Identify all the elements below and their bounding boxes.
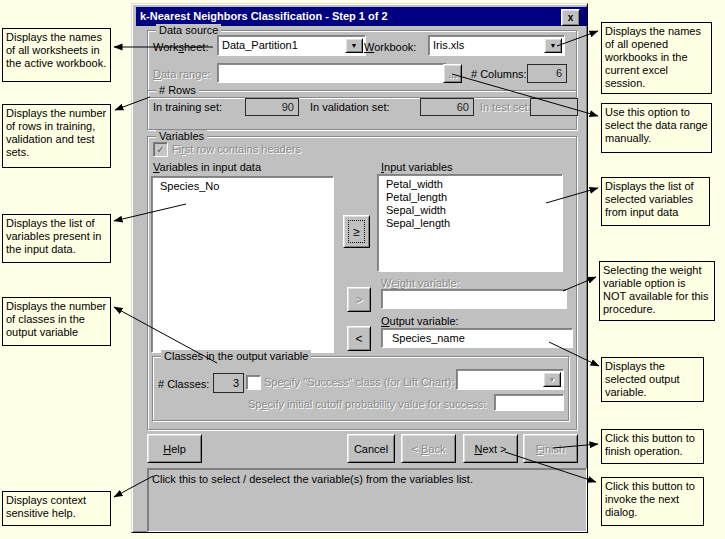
cancel-button[interactable]: Cancel — [347, 434, 395, 463]
variables-in-data-label: Variables in input data — [153, 161, 261, 174]
success-class-select: ▼ — [456, 369, 564, 390]
input-variables-label: Input variables — [381, 161, 453, 174]
close-button[interactable]: x — [561, 9, 580, 26]
help-button[interactable]: Help — [147, 434, 202, 463]
training-rows: 90 — [245, 98, 299, 116]
classes-count: 3 — [213, 373, 244, 393]
knn-classification-dialog: k-Nearest Neighbors Classification - Ste… — [131, 3, 588, 533]
back-button: < Back — [401, 434, 456, 463]
annotated-screenshot-page: k-Nearest Neighbors Classification - Ste… — [0, 0, 725, 539]
callout-data-range: Use this option to select the data range… — [601, 103, 712, 153]
list-item[interactable]: Petal_width — [378, 178, 562, 191]
list-item[interactable]: Sepal_length — [378, 217, 562, 230]
callout-weight-variable: Selecting the weight variable option is … — [599, 261, 715, 321]
focus-rectangle — [348, 220, 365, 243]
callout-classes: Displays the number of classes in the ou… — [2, 297, 111, 346]
weight-variable-input — [381, 289, 567, 309]
cutoff-probability-label: Specify initial cutoff probability value… — [248, 398, 486, 411]
output-variable-input: Species_name — [381, 328, 573, 348]
move-right-button: > — [347, 287, 371, 312]
data-range-label: Data range: — [153, 68, 211, 81]
rows-legend: # Rows — [156, 84, 199, 97]
callout-worksheets: Displays the names of all worksheets in … — [2, 28, 111, 82]
worksheet-label: Worksheet: — [153, 41, 208, 54]
finish-button: Finish — [523, 434, 578, 463]
workbook-select[interactable]: Iris.xls ▼ — [428, 35, 565, 56]
check-icon: ✓ — [156, 145, 164, 155]
worksheet-value: Data_Partition1 — [222, 39, 298, 51]
chevron-down-icon[interactable]: ▼ — [345, 38, 363, 53]
columns-label: # Columns: — [471, 68, 527, 81]
list-item[interactable]: Sepal_width — [378, 204, 562, 217]
input-variables-list[interactable]: Petal_widthPetal_lengthSepal_widthSepal_… — [377, 174, 563, 272]
validation-rows: 60 — [420, 98, 474, 116]
classes-count-label: # Classes: — [158, 378, 209, 391]
workbook-value: Iris.xls — [433, 39, 464, 51]
first-row-headers-checkbox: ✓ — [153, 142, 168, 157]
next-button[interactable]: Next > — [463, 434, 518, 463]
training-set-label: In training set: — [153, 101, 222, 114]
context-help-box: Click this to select / deselect the vari… — [147, 468, 587, 532]
callout-input-data-variables: Displays the list of variables present i… — [2, 214, 111, 263]
chevron-down-icon[interactable]: ▼ — [544, 38, 562, 53]
callout-output-variable: Displays the selected output variable. — [601, 357, 704, 402]
success-class-checkbox — [246, 375, 261, 390]
ellipsis-icon: ... — [448, 68, 457, 80]
callout-context-help: Displays context sensitive help. — [2, 491, 111, 526]
context-help-text: Click this to select / deselect the vari… — [152, 473, 473, 485]
worksheet-select[interactable]: Data_Partition1 ▼ — [217, 35, 366, 56]
data-range-input — [217, 63, 447, 83]
list-item[interactable]: Species_No — [152, 180, 333, 193]
close-icon: x — [568, 13, 574, 23]
callout-selected-variables: Displays the list of selected variables … — [601, 177, 710, 226]
validation-set-label: In validation set: — [310, 101, 390, 114]
cutoff-probability-input — [494, 394, 564, 411]
success-class-label: Specify "Success" class (for Lift Chart)… — [264, 376, 455, 389]
chevron-down-icon: ▼ — [543, 372, 561, 387]
first-row-headers-label: First row contains headers — [172, 143, 301, 156]
test-rows — [530, 98, 578, 116]
callout-next-button: Click this button to invoke the next dia… — [601, 477, 704, 526]
output-variable-label: Output variable: — [381, 315, 459, 328]
browse-range-button[interactable]: ... — [443, 64, 462, 83]
dialog-title: k-Nearest Neighbors Classification - Ste… — [140, 10, 388, 22]
list-item[interactable]: Petal_length — [378, 191, 562, 204]
variables-in-data-list[interactable]: Species_No — [151, 176, 334, 353]
workbook-label: Workbook: — [364, 41, 416, 54]
classes-legend: Classes in the output variable — [161, 350, 311, 363]
columns-count: 6 — [527, 64, 567, 83]
callout-rows: Displays the number of rows in training,… — [2, 104, 111, 168]
move-selected-button[interactable]: ≥ — [343, 215, 370, 248]
callout-workbooks: Displays the names of all opened workboo… — [601, 22, 712, 94]
move-left-button[interactable]: < — [347, 326, 371, 351]
data-source-legend: Data source — [156, 24, 221, 37]
callout-finish-button: Click this button to finish operation. — [601, 429, 704, 464]
test-set-label: In test set: — [480, 101, 531, 114]
